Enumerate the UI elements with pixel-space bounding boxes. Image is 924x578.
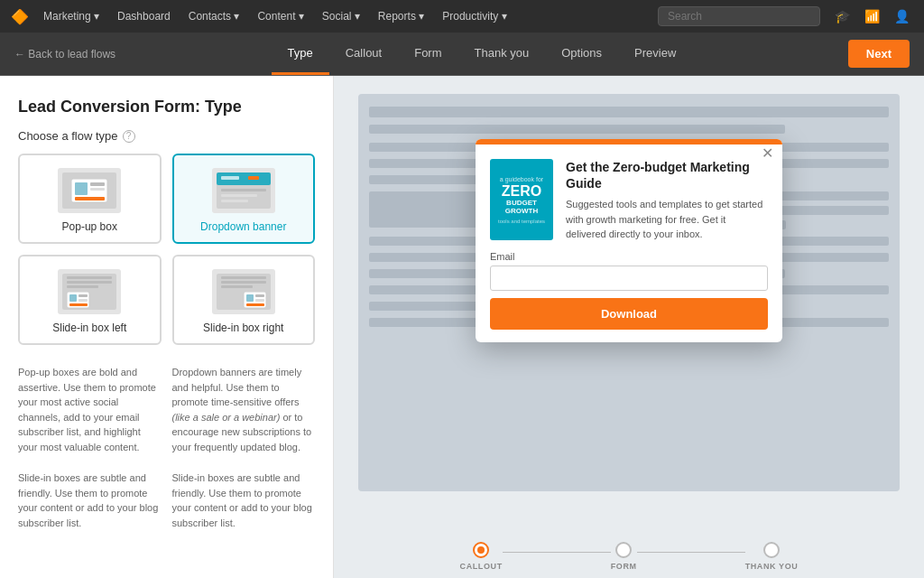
wifi-icon[interactable]: 📶 [861,5,883,27]
graduation-icon[interactable]: 🎓 [831,5,854,27]
step-callout-label: CALLOUT [460,562,503,571]
svg-rect-15 [69,294,77,302]
slide-right-desc: Slide-in boxes are subtle and friendly. … [172,471,316,530]
card-dropdown[interactable]: Dropdown banner [172,154,316,244]
search-input[interactable] [658,6,820,26]
nav-social[interactable]: Social ▾ [315,6,367,26]
svg-rect-26 [255,299,264,302]
nav-reports[interactable]: Reports ▾ [371,6,431,26]
nav-marketing[interactable]: Marketing ▾ [36,6,106,26]
email-label: Email [490,251,768,262]
step-form-circle [615,542,632,558]
help-icon[interactable]: ? [123,130,135,143]
top-nav: 🔶 Marketing ▾ Dashboard Contacts ▾ Conte… [0,0,924,33]
dropdown-card-label: Dropdown banner [183,220,305,233]
main-content: Lead Conversion Form: Type Choose a flow… [0,76,924,578]
book-tools-text: tools and templates [498,219,545,224]
popup-modal: ✕ a guidebook for ZERO BUDGET GROWTH too… [476,139,782,342]
tab-options[interactable]: Options [545,33,618,75]
email-input[interactable] [490,266,768,291]
svg-rect-16 [79,294,88,297]
svg-rect-20 [67,281,112,284]
nav-contacts[interactable]: Contacts ▾ [181,6,247,26]
slide-left-card-icon [58,269,121,314]
book-title-zero: ZERO [502,184,541,199]
svg-rect-27 [246,303,264,306]
progress-steps: CALLOUT FORM THANK YOU [334,542,924,571]
svg-rect-30 [221,285,253,288]
svg-rect-2 [75,182,88,195]
section-label: Choose a flow type ? [18,129,315,143]
slide-left-card-label: Slide-in box left [29,322,151,334]
step-thankyou-circle [763,542,780,558]
popup-body-text: Suggested tools and templates to get sta… [566,197,768,242]
flow-type-cards: Pop-up box Dropdown banner [18,154,315,345]
svg-rect-3 [90,182,105,186]
svg-rect-29 [221,281,266,284]
step-callout-circle [473,542,489,558]
popup-desc: Pop-up boxes are bold and assertive. Use… [18,365,162,454]
tab-type[interactable]: Type [272,33,329,75]
svg-rect-19 [67,276,112,279]
nav-productivity[interactable]: Productivity ▾ [435,6,513,26]
step-form: FORM [611,542,637,571]
popup-close-button[interactable]: ✕ [762,146,773,161]
svg-rect-21 [67,285,98,288]
svg-rect-24 [246,294,254,302]
svg-rect-28 [221,276,266,279]
wire-block-1 [369,107,889,117]
svg-rect-25 [255,294,264,297]
card-slide-right[interactable]: Slide-in box right [172,255,316,345]
svg-rect-4 [90,188,105,191]
step-callout: CALLOUT [460,542,503,571]
tab-thankyou[interactable]: Thank you [458,33,546,75]
slide-left-desc: Slide-in boxes are subtle and friendly. … [18,471,162,530]
svg-rect-10 [221,189,266,191]
popup-book-cover: a guidebook for ZERO BUDGET GROWTH tools… [490,159,553,240]
svg-rect-18 [69,303,88,306]
nav-icon-group: 🎓 📶 👤 [831,5,913,27]
nav-content[interactable]: Content ▾ [250,6,310,26]
book-title-budget: BUDGET GROWTH [494,199,550,215]
popup-card-label: Pop-up box [29,220,151,233]
page-title: Lead Conversion Form: Type [18,98,315,117]
sub-nav-tabs: Type Callout Form Thank you Options Prev… [116,33,848,75]
back-to-lead-flows[interactable]: ← Back to lead flows [14,48,116,61]
dropdown-card-icon [212,168,275,213]
user-icon[interactable]: 👤 [891,5,913,27]
left-panel: Lead Conversion Form: Type Choose a flow… [0,76,334,578]
svg-rect-5 [75,197,105,200]
download-button[interactable]: Download [490,298,768,330]
sub-nav: ← Back to lead flows Type Callout Form T… [0,33,924,76]
logo-icon: 🔶 [11,8,29,25]
next-button[interactable]: Next [848,40,910,68]
step-thankyou-label: THANK YOU [745,562,799,571]
popup-heading: Get the Zero-budget Marketing Guide [566,159,768,191]
wire-block-2 [369,125,785,134]
dropdown-desc: Dropdown banners are timely and helpful.… [172,365,316,454]
step-form-label: FORM [611,562,637,571]
slide-right-card-icon [212,269,275,314]
svg-rect-17 [79,299,88,302]
slide-right-card-label: Slide-in box right [183,322,305,334]
popup-card-icon [58,168,121,213]
svg-rect-11 [221,194,257,197]
popup-form: Email Download [476,251,782,342]
card-popup[interactable]: Pop-up box [18,154,162,244]
svg-rect-12 [221,200,248,202]
popup-text: Get the Zero-budget Marketing Guide Sugg… [566,159,768,242]
tab-preview[interactable]: Preview [618,33,692,75]
step-thankyou: THANK YOU [745,542,799,571]
svg-rect-8 [221,176,239,180]
book-small-text: a guidebook for [500,176,543,182]
tab-callout[interactable]: Callout [329,33,398,75]
card-slide-left[interactable]: Slide-in box left [18,255,162,345]
nav-dashboard[interactable]: Dashboard [110,6,178,26]
popup-body: a guidebook for ZERO BUDGET GROWTH tools… [476,144,782,251]
tab-form[interactable]: Form [398,33,457,75]
step-line-1 [503,552,611,553]
right-panel: ✕ a guidebook for ZERO BUDGET GROWTH too… [334,76,924,578]
step-line-2 [637,552,745,553]
svg-rect-9 [248,176,259,180]
